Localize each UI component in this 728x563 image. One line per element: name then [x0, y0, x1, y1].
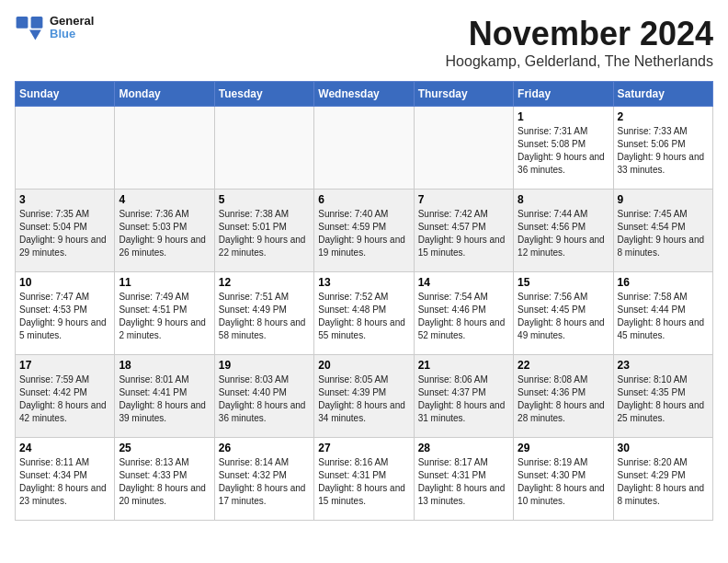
day-info: Sunrise: 7:56 AMSunset: 4:45 PMDaylight:… [518, 291, 609, 342]
day-number: 13 [318, 276, 409, 289]
day-info: Sunrise: 7:40 AMSunset: 4:59 PMDaylight:… [318, 208, 409, 259]
calendar-cell: 26Sunrise: 8:14 AMSunset: 4:32 PMDayligh… [214, 438, 313, 521]
calendar-cell: 5Sunrise: 7:38 AMSunset: 5:01 PMDaylight… [214, 190, 313, 272]
calendar-cell: 15Sunrise: 7:56 AMSunset: 4:45 PMDayligh… [514, 272, 613, 355]
day-info: Sunrise: 7:49 AMSunset: 4:51 PMDaylight:… [119, 291, 210, 342]
calendar-cell: 27Sunrise: 8:16 AMSunset: 4:31 PMDayligh… [314, 438, 414, 521]
logo-icon [15, 15, 44, 40]
calendar-cell: 13Sunrise: 7:52 AMSunset: 4:48 PMDayligh… [314, 272, 414, 355]
calendar-cell: 16Sunrise: 7:58 AMSunset: 4:44 PMDayligh… [613, 272, 712, 355]
day-info: Sunrise: 8:03 AMSunset: 4:40 PMDaylight:… [219, 373, 310, 425]
day-info: Sunrise: 7:47 AMSunset: 4:53 PMDaylight:… [19, 291, 110, 342]
day-info: Sunrise: 7:44 AMSunset: 4:56 PMDaylight:… [518, 208, 609, 259]
calendar-cell: 18Sunrise: 8:01 AMSunset: 4:41 PMDayligh… [115, 355, 214, 438]
day-number: 10 [19, 276, 110, 289]
calendar-cell: 28Sunrise: 8:17 AMSunset: 4:31 PMDayligh… [414, 438, 513, 521]
day-number: 5 [219, 193, 310, 206]
calendar-cell: 14Sunrise: 7:54 AMSunset: 4:46 PMDayligh… [414, 272, 513, 355]
calendar-cell: 29Sunrise: 8:19 AMSunset: 4:30 PMDayligh… [514, 438, 613, 521]
calendar-cell: 30Sunrise: 8:20 AMSunset: 4:29 PMDayligh… [613, 438, 712, 521]
weekday-header-friday: Friday [514, 82, 613, 107]
day-number: 20 [318, 359, 409, 372]
day-number: 25 [119, 442, 210, 454]
calendar-week-row: 10Sunrise: 7:47 AMSunset: 4:53 PMDayligh… [16, 272, 713, 355]
calendar-cell: 25Sunrise: 8:13 AMSunset: 4:33 PMDayligh… [115, 438, 214, 521]
day-number: 8 [518, 193, 609, 206]
calendar-cell: 4Sunrise: 7:36 AMSunset: 5:03 PMDaylight… [115, 190, 214, 272]
day-number: 12 [219, 276, 310, 289]
day-info: Sunrise: 7:52 AMSunset: 4:48 PMDaylight:… [318, 291, 409, 342]
day-number: 26 [219, 442, 310, 454]
day-info: Sunrise: 7:35 AMSunset: 5:04 PMDaylight:… [19, 208, 110, 259]
day-info: Sunrise: 7:59 AMSunset: 4:42 PMDaylight:… [19, 373, 110, 425]
day-number: 19 [219, 359, 310, 372]
day-info: Sunrise: 7:54 AMSunset: 4:46 PMDaylight:… [418, 291, 509, 342]
weekday-header-thursday: Thursday [414, 82, 513, 107]
day-info: Sunrise: 8:20 AMSunset: 4:29 PMDaylight:… [618, 456, 709, 508]
day-info: Sunrise: 7:36 AMSunset: 5:03 PMDaylight:… [119, 208, 210, 259]
day-info: Sunrise: 8:05 AMSunset: 4:39 PMDaylight:… [318, 373, 409, 425]
calendar-week-row: 17Sunrise: 7:59 AMSunset: 4:42 PMDayligh… [16, 355, 713, 438]
calendar-cell: 23Sunrise: 8:10 AMSunset: 4:35 PMDayligh… [613, 355, 712, 438]
day-number: 9 [618, 193, 709, 206]
title-section: November 2024 Hoogkamp, Gelderland, The … [446, 15, 713, 70]
day-number: 2 [618, 110, 709, 123]
day-info: Sunrise: 7:51 AMSunset: 4:49 PMDaylight:… [219, 291, 310, 342]
day-number: 14 [418, 276, 509, 289]
calendar-cell: 8Sunrise: 7:44 AMSunset: 4:56 PMDaylight… [514, 190, 613, 272]
calendar-cell [214, 107, 313, 190]
calendar-cell: 6Sunrise: 7:40 AMSunset: 4:59 PMDaylight… [314, 190, 414, 272]
calendar-cell: 19Sunrise: 8:03 AMSunset: 4:40 PMDayligh… [214, 355, 313, 438]
day-number: 21 [418, 359, 509, 372]
day-info: Sunrise: 7:42 AMSunset: 4:57 PMDaylight:… [418, 208, 509, 259]
day-info: Sunrise: 8:11 AMSunset: 4:34 PMDaylight:… [19, 456, 110, 508]
calendar-cell: 21Sunrise: 8:06 AMSunset: 4:37 PMDayligh… [414, 355, 513, 438]
day-info: Sunrise: 7:58 AMSunset: 4:44 PMDaylight:… [618, 291, 709, 342]
calendar-cell: 20Sunrise: 8:05 AMSunset: 4:39 PMDayligh… [314, 355, 414, 438]
day-number: 3 [19, 193, 110, 206]
day-info: Sunrise: 8:19 AMSunset: 4:30 PMDaylight:… [518, 456, 609, 508]
calendar-cell [16, 107, 115, 190]
day-number: 11 [119, 276, 210, 289]
svg-rect-1 [31, 17, 43, 29]
calendar-cell: 11Sunrise: 7:49 AMSunset: 4:51 PMDayligh… [115, 272, 214, 355]
logo: General Blue [15, 15, 94, 41]
day-number: 7 [418, 193, 509, 206]
day-info: Sunrise: 7:31 AMSunset: 5:08 PMDaylight:… [518, 125, 609, 177]
day-number: 22 [518, 359, 609, 372]
svg-rect-0 [17, 17, 28, 29]
day-number: 4 [119, 193, 210, 206]
calendar-cell: 9Sunrise: 7:45 AMSunset: 4:54 PMDaylight… [613, 190, 712, 272]
day-info: Sunrise: 8:17 AMSunset: 4:31 PMDaylight:… [418, 456, 509, 508]
day-number: 27 [318, 442, 409, 454]
calendar-cell: 17Sunrise: 7:59 AMSunset: 4:42 PMDayligh… [16, 355, 115, 438]
day-info: Sunrise: 7:33 AMSunset: 5:06 PMDaylight:… [618, 125, 709, 177]
calendar-cell [115, 107, 214, 190]
day-number: 28 [418, 442, 509, 454]
calendar-cell [314, 107, 414, 190]
day-number: 15 [518, 276, 609, 289]
weekday-header-monday: Monday [115, 82, 214, 107]
day-number: 30 [618, 442, 709, 454]
calendar-week-row: 24Sunrise: 8:11 AMSunset: 4:34 PMDayligh… [16, 438, 713, 521]
calendar-cell: 22Sunrise: 8:08 AMSunset: 4:36 PMDayligh… [514, 355, 613, 438]
calendar-cell: 3Sunrise: 7:35 AMSunset: 5:04 PMDaylight… [16, 190, 115, 272]
calendar-cell: 2Sunrise: 7:33 AMSunset: 5:06 PMDaylight… [613, 107, 712, 190]
svg-marker-2 [29, 30, 41, 40]
day-info: Sunrise: 8:08 AMSunset: 4:36 PMDaylight:… [518, 373, 609, 425]
calendar-table: SundayMondayTuesdayWednesdayThursdayFrid… [15, 81, 713, 521]
page-header: General Blue November 2024 Hoogkamp, Gel… [15, 15, 713, 74]
day-number: 1 [518, 110, 609, 123]
day-number: 17 [19, 359, 110, 372]
day-info: Sunrise: 8:10 AMSunset: 4:35 PMDaylight:… [618, 373, 709, 425]
weekday-header-row: SundayMondayTuesdayWednesdayThursdayFrid… [16, 82, 713, 107]
day-info: Sunrise: 7:45 AMSunset: 4:54 PMDaylight:… [618, 208, 709, 259]
day-number: 24 [19, 442, 110, 454]
month-title: November 2024 [446, 15, 713, 53]
day-number: 29 [518, 442, 609, 454]
calendar-cell: 10Sunrise: 7:47 AMSunset: 4:53 PMDayligh… [16, 272, 115, 355]
day-number: 16 [618, 276, 709, 289]
logo-text: General Blue [50, 15, 94, 41]
calendar-cell: 24Sunrise: 8:11 AMSunset: 4:34 PMDayligh… [16, 438, 115, 521]
day-number: 23 [618, 359, 709, 372]
